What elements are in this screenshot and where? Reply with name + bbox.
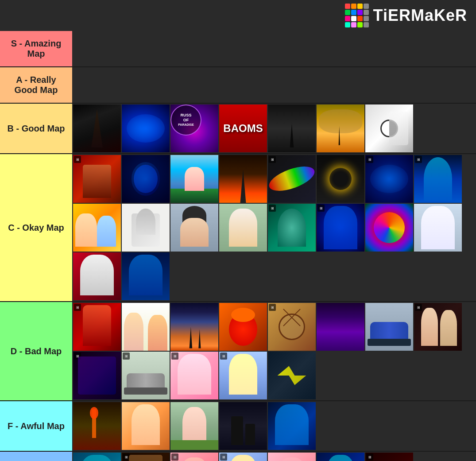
item-icon: ⊞ [269, 205, 276, 212]
logo-cell [357, 16, 363, 21]
tier-item[interactable] [219, 303, 267, 351]
tier-item[interactable]: ⊞ [219, 453, 267, 461]
logo-cell [351, 16, 356, 21]
d-tier-row: D - Bad Map ⊞ [0, 302, 476, 401]
tier-item[interactable] [365, 303, 413, 351]
tier-item[interactable]: ⊞ [122, 453, 170, 461]
tier-item[interactable] [219, 402, 267, 450]
logo-cell [351, 22, 356, 27]
logo-grid [345, 4, 369, 27]
no-tier-label: No Opinion [0, 452, 72, 461]
a-tier-items [72, 67, 476, 103]
logo-cell [364, 4, 369, 9]
tier-item[interactable]: ⊞ [122, 352, 170, 399]
item-icon: ⊞ [171, 353, 178, 360]
tier-item[interactable] [122, 252, 170, 300]
item-icon: ⊞ [317, 205, 325, 212]
item-icon: ⊞ [366, 453, 373, 461]
tier-item[interactable]: BAOMS [219, 105, 267, 152]
tier-item[interactable]: ⊞ [414, 303, 462, 351]
logo-cell [345, 4, 350, 9]
logo-cell [357, 10, 363, 15]
logo-cell [364, 22, 369, 27]
tier-item[interactable] [122, 303, 170, 351]
s-tier-items [72, 31, 476, 66]
logo-cell [351, 10, 356, 15]
tier-item[interactable] [122, 155, 170, 203]
tier-item[interactable] [122, 204, 170, 252]
tier-item[interactable] [268, 453, 316, 461]
c-tier-items: ⊞ ⊞ [72, 154, 476, 301]
item-icon: ⊞ [123, 353, 130, 360]
s-tier-row: S - Amazing Map [0, 31, 476, 67]
tier-item[interactable]: RUSSOFPARADISE [170, 105, 218, 152]
tier-item[interactable] [170, 402, 218, 450]
tier-item[interactable] [170, 155, 218, 203]
header: TiERMaKeR [0, 0, 476, 31]
a-tier-label: A - Really Good Map [0, 67, 72, 103]
tier-item[interactable] [317, 155, 364, 203]
tier-item[interactable]: ⊞ [365, 155, 413, 203]
tier-item[interactable] [414, 204, 462, 252]
logo-cell [345, 10, 350, 15]
tier-item[interactable]: ⊞ [170, 352, 218, 399]
f-tier-items [72, 401, 476, 451]
tier-item[interactable] [268, 402, 316, 450]
item-icon: ⊟ [171, 453, 178, 461]
tier-item[interactable]: ⊞ [365, 453, 413, 461]
item-icon: ⊞ [220, 453, 227, 461]
s-tier-label: S - Amazing Map [0, 31, 72, 66]
item-icon: ⊞ [415, 304, 422, 311]
tier-item[interactable] [219, 204, 267, 252]
logo-cell [357, 4, 363, 9]
logo-cell [357, 22, 363, 27]
tier-item[interactable] [317, 105, 364, 152]
tier-item[interactable] [317, 453, 364, 461]
tier-item[interactable]: ⊞ [73, 303, 121, 351]
tier-item[interactable]: ⊞ [219, 352, 267, 399]
tier-item[interactable]: ⊞ [73, 155, 121, 203]
tiermaker-logo: TiERMaKeR [345, 4, 467, 27]
tier-item[interactable] [170, 204, 218, 252]
logo-text: TiERMaKeR [373, 6, 467, 25]
logo-cell [345, 16, 350, 21]
tier-table: S - Amazing Map A - Really Good Map B - … [0, 31, 476, 461]
tier-item[interactable]: ⊞ [268, 204, 316, 252]
tier-item[interactable] [268, 105, 316, 152]
f-tier-row: F - Awful Map [0, 401, 476, 452]
no-tier-row: No Opinion ⊞ ⊟ ⊞ [0, 452, 476, 461]
tier-item[interactable] [365, 105, 413, 152]
item-icon: ⊞ [220, 353, 227, 360]
tier-item[interactable] [73, 453, 121, 461]
no-tier-items: ⊞ ⊟ ⊞ ⊞ [72, 452, 476, 461]
tier-item[interactable] [73, 105, 121, 152]
item-icon: ⊞ [74, 156, 81, 163]
item-icon: ⊞ [74, 304, 81, 311]
tier-item[interactable] [219, 155, 267, 203]
a-tier-row: A - Really Good Map [0, 67, 476, 104]
d-tier-items: ⊞ ⊞ [72, 302, 476, 400]
tier-item[interactable]: ⊞ [317, 204, 364, 252]
tier-item[interactable] [268, 352, 316, 399]
tier-item[interactable]: ⊞ [268, 303, 316, 351]
b-tier-label: B - Good Map [0, 104, 72, 153]
tier-item[interactable] [122, 105, 170, 152]
d-tier-label: D - Bad Map [0, 302, 72, 400]
tier-item[interactable] [73, 402, 121, 450]
f-tier-label: F - Awful Map [0, 401, 72, 451]
b-tier-row: B - Good Map RUSSOFPARADISE BAOMS [0, 104, 476, 154]
tier-item[interactable] [122, 402, 170, 450]
tier-item[interactable] [317, 303, 364, 351]
tier-item[interactable]: ⊟ [170, 453, 218, 461]
logo-cell [351, 4, 356, 9]
tier-item[interactable] [365, 204, 413, 252]
logo-cell [364, 10, 369, 15]
tier-item[interactable] [73, 252, 121, 300]
item-icon: ⊞ [269, 304, 276, 311]
tier-item[interactable]: ⊞ [414, 155, 462, 203]
tier-item[interactable] [73, 204, 121, 252]
tier-item[interactable] [170, 303, 218, 351]
tier-item[interactable]: ⊞ [268, 155, 316, 203]
tier-item[interactable]: ⊞ [73, 352, 121, 399]
item-icon: ⊞ [366, 156, 373, 163]
